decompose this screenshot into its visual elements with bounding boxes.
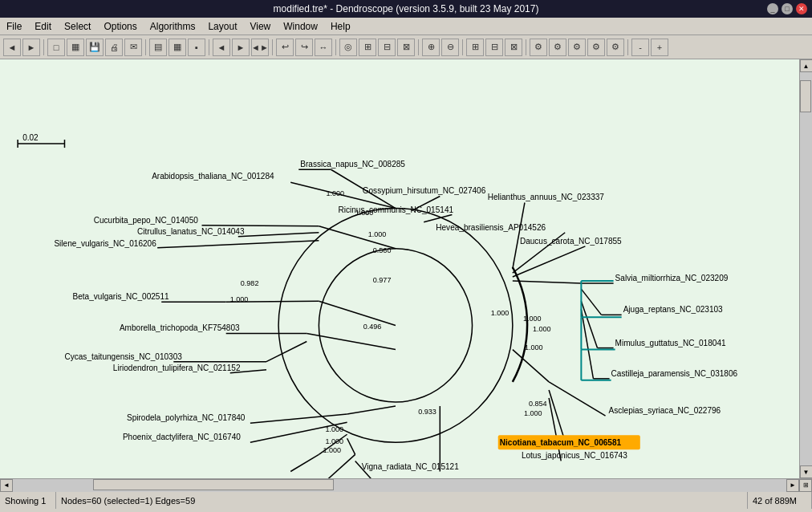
svg-line-30 (319, 301, 396, 325)
toolbar-redo[interactable]: ↪ (295, 39, 313, 56)
scroll-track-right[interactable] (800, 72, 813, 465)
menu-edit[interactable]: Edit (28, 19, 58, 34)
toolbar-algo5[interactable]: ⚙ (607, 39, 624, 56)
showing-label: Showing 1 (5, 496, 46, 506)
toolbar-select3[interactable]: ⊠ (505, 39, 522, 56)
scroll-down-arrow[interactable]: ▼ (800, 465, 813, 478)
toolbar-print[interactable]: 🖨 (105, 39, 123, 56)
menu-algorithms[interactable]: Algorithms (144, 19, 202, 34)
close-button[interactable]: ✕ (796, 3, 807, 14)
nodes-info: Nodes=60 (selected=1) Edges=59 (61, 496, 195, 506)
edge-val-8: 1.000 (523, 315, 542, 323)
toolbar-zoom-out[interactable]: ⊖ (441, 39, 459, 56)
edge-val-7: 1.000 (491, 309, 510, 317)
toolbar-save[interactable]: 💾 (86, 39, 104, 56)
scroll-track-bottom[interactable] (13, 479, 786, 492)
label-hevea: Hevea_brasiliensis_AP014526 (436, 223, 546, 232)
toolbar-sep-9 (627, 39, 628, 55)
toolbar-sep-4 (272, 39, 273, 55)
scroll-up-arrow[interactable]: ▲ (800, 59, 813, 72)
toolbar-sep-8 (526, 39, 526, 55)
toolbar-select2[interactable]: ⊟ (485, 39, 503, 56)
label-cucurbita: Cucurbita_pepo_NC_014050 (94, 216, 199, 225)
scroll-left-arrow[interactable]: ◄ (0, 479, 13, 492)
edge-val-11: 0.854 (529, 400, 547, 408)
svg-line-14 (513, 281, 582, 283)
scrollbar-bottom: ◄ ► ⊞ (0, 478, 812, 491)
menu-select[interactable]: Select (58, 19, 97, 34)
toolbar-undo[interactable]: ↩ (276, 39, 294, 56)
toolbar-zoom-in[interactable]: ⊕ (422, 39, 440, 56)
svg-line-22 (513, 350, 549, 382)
toolbar-increase[interactable]: + (651, 39, 668, 56)
canvas-area[interactable]: 0.02 (0, 59, 799, 478)
toolbar-t1[interactable]: ▤ (149, 39, 167, 56)
edge-val-4: 0.560 (373, 246, 392, 254)
toolbar-sep-2 (145, 39, 146, 55)
svg-line-38 (347, 406, 396, 414)
edge-val-16: 1.000 (323, 446, 341, 454)
menu-layout[interactable]: Layout (201, 19, 243, 34)
main-area: 0.02 (0, 59, 812, 478)
menu-window[interactable]: Window (277, 19, 324, 34)
label-lotus: Lotus_japonicus_NC_016743 (522, 451, 627, 460)
toolbar-export[interactable]: ✉ (124, 39, 142, 56)
toolbar-layout1[interactable]: ◎ (339, 39, 357, 56)
maximize-button[interactable]: □ (782, 3, 793, 14)
scroll-thumb-right[interactable] (800, 80, 811, 112)
edge-val-17: 0.982 (241, 279, 259, 287)
menu-bar: File Edit Select Options Algorithms Layo… (0, 18, 812, 35)
label-cycas: Cycas_taitungensis_NC_010303 (64, 352, 182, 361)
toolbar-new[interactable]: □ (47, 39, 65, 56)
svg-line-13 (513, 246, 586, 277)
svg-point-5 (319, 249, 472, 402)
edge-val-14: 1.000 (325, 425, 343, 433)
menu-view[interactable]: View (243, 19, 277, 34)
scroll-right-arrow[interactable]: ► (786, 479, 799, 492)
label-daucus: Daucus_carota_NC_017855 (520, 237, 622, 246)
svg-line-11 (513, 203, 525, 269)
menu-file[interactable]: File (0, 19, 28, 34)
toolbar-swap[interactable]: ↔ (315, 39, 332, 56)
menu-help[interactable]: Help (324, 19, 357, 34)
label-brassica: Brassica_napus_NC_008285 (300, 160, 405, 169)
label-phoenix: Phoenix_dactylifera_NC_016740 (123, 433, 241, 441)
menu-options[interactable]: Options (97, 19, 143, 34)
toolbar-t2[interactable]: ▦ (168, 39, 186, 56)
toolbar-layout3[interactable]: ⊟ (378, 39, 396, 56)
toolbar-next[interactable]: ► (232, 39, 250, 56)
toolbar-both[interactable]: ◄► (251, 39, 269, 56)
tree-visualization: 0.02 (0, 59, 799, 478)
scrollbar-right: ▲ ▼ (799, 59, 812, 478)
scroll-thumb-bottom[interactable] (93, 479, 334, 490)
status-nodes: Nodes=60 (selected=1) Edges=59 (56, 492, 748, 509)
label-mimulus: Mimulus_guttatus_NC_018041 (615, 339, 726, 347)
label-asclepias: Asclepias_syriaca_NC_022796 (609, 406, 721, 415)
toolbar-open[interactable]: ▦ (67, 39, 84, 56)
toolbar-t3[interactable]: ▪ (188, 39, 205, 56)
svg-text:0.02: 0.02 (22, 133, 39, 142)
svg-line-44 (315, 454, 355, 478)
label-nicotiana: Nicotiana_tabacum_NC_006581 (500, 438, 622, 447)
toolbar-select1[interactable]: ⊞ (466, 39, 484, 56)
edge-val-18: 1.000 (230, 295, 249, 303)
toolbar-prev[interactable]: ◄ (213, 39, 230, 56)
toolbar-algo2[interactable]: ⚙ (549, 39, 566, 56)
svg-line-39 (250, 414, 347, 423)
toolbar-sep-3 (209, 39, 209, 55)
toolbar-layout4[interactable]: ⊠ (397, 39, 415, 56)
toolbar-back[interactable]: ◄ (3, 39, 21, 56)
label-salvia: Salvia_miltiorrhiza_NC_023209 (615, 274, 729, 282)
toolbar-algo1[interactable]: ⚙ (530, 39, 547, 56)
toolbar-decrease[interactable]: - (631, 39, 649, 56)
edge-val-15: 1.000 (325, 437, 343, 445)
toolbar-forward[interactable]: ► (22, 39, 40, 56)
edge-val-12: 1.000 (524, 409, 542, 417)
label-amborella: Amborella_trichopoda_KF754803 (120, 323, 240, 332)
minimize-button[interactable]: _ (767, 3, 778, 14)
toolbar-algo4[interactable]: ⚙ (587, 39, 605, 56)
toolbar-algo3[interactable]: ⚙ (568, 39, 586, 56)
label-liriodendron: Liriodendron_tulipifera_NC_021152 (113, 364, 241, 372)
edge-val-6: 0.496 (363, 323, 382, 331)
toolbar-layout2[interactable]: ⊞ (359, 39, 376, 56)
